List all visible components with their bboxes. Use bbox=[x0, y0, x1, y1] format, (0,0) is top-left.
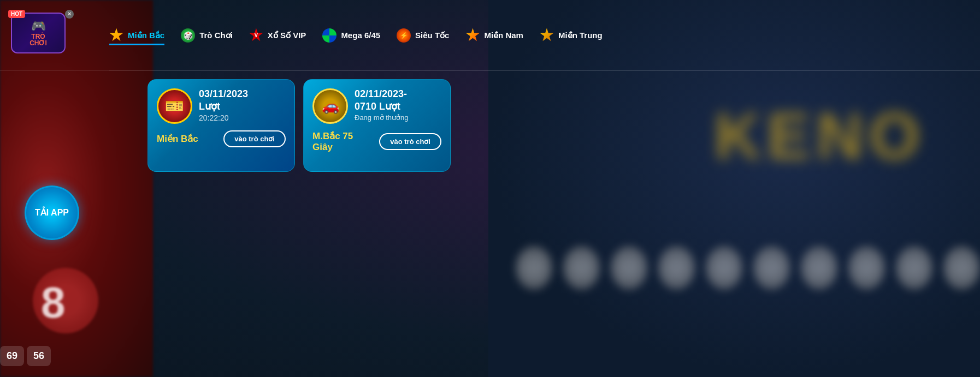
card-info-2: 02/11/2023- 0710 Lượt Đang mở thưởng bbox=[355, 88, 441, 122]
tai-app-label: TẢI APP bbox=[35, 207, 69, 219]
nav-divider bbox=[109, 70, 980, 70]
mien-bac-game-icon bbox=[157, 88, 192, 124]
sidebar-item-mien-trung[interactable]: Miền Trung bbox=[540, 26, 603, 45]
tro-choi-icon: 🎲 bbox=[181, 28, 195, 43]
sidebar-item-sieu-toc[interactable]: ⚡ Siêu Tốc bbox=[397, 26, 449, 45]
main-content: HOT ✕ 🎮 TRÒ CHƠI Miền Bắc 🎲 Trò Chơi bbox=[0, 0, 980, 377]
lottery-number-56: 56 bbox=[27, 346, 51, 366]
cards-area: 03/11/2023 Lượt 20:22:20 Miền Bắc vào tr… bbox=[147, 79, 451, 172]
nav-label-xo-so-vip: Xổ Số VIP bbox=[268, 31, 306, 40]
game-card-mien-bac: 03/11/2023 Lượt 20:22:20 Miền Bắc vào tr… bbox=[147, 79, 295, 172]
nav-bar: Miền Bắc 🎲 Trò Chơi V Xổ Số VIP Mega 6/4… bbox=[0, 0, 980, 71]
sidebar-item-mega-645[interactable]: Mega 6/45 bbox=[322, 26, 380, 45]
nav-label-mien-bac: Miền Bắc bbox=[128, 31, 164, 40]
tai-app-button[interactable]: TẢI APP bbox=[25, 185, 79, 240]
nav-label-tro-choi: Trò Chơi bbox=[199, 31, 233, 40]
card-bottom-2: M.Bắc 75 Giây vào trò chơi bbox=[312, 130, 441, 153]
xo-so-vip-icon: V bbox=[249, 28, 263, 43]
nav-label-mien-trung: Miền Trung bbox=[558, 31, 603, 40]
nav-label-mega-645: Mega 6/45 bbox=[341, 31, 380, 40]
star-central-icon bbox=[540, 28, 554, 43]
card-game-name-1: Miền Bắc bbox=[157, 133, 198, 145]
nav-items: Miền Bắc 🎲 Trò Chơi V Xổ Số VIP Mega 6/4… bbox=[109, 26, 603, 45]
card-info-1: 03/11/2023 Lượt 20:22:20 bbox=[199, 88, 286, 122]
nav-label-mien-nam: Miền Nam bbox=[484, 31, 523, 40]
card-luot-1: Lượt bbox=[199, 100, 286, 112]
nav-label-sieu-toc: Siêu Tốc bbox=[415, 31, 449, 40]
sidebar-item-xo-so-vip[interactable]: V Xổ Số VIP bbox=[249, 26, 306, 45]
sidebar-item-mien-bac[interactable]: Miền Bắc bbox=[109, 26, 164, 45]
logo-hot-badge: HOT bbox=[8, 10, 25, 18]
card-top-1: 03/11/2023 Lượt 20:22:20 bbox=[157, 88, 286, 124]
star-south-icon bbox=[465, 28, 480, 43]
logo-close-button[interactable]: ✕ bbox=[65, 10, 74, 19]
mien-bac-icon-area bbox=[157, 88, 192, 124]
sidebar-item-tro-choi[interactable]: 🎲 Trò Chơi bbox=[181, 26, 233, 45]
play-button-mien-bac[interactable]: vào trò chơi bbox=[223, 130, 286, 147]
mbac75-icon-area bbox=[312, 88, 348, 124]
card-luot-2: 0710 Lượt bbox=[355, 100, 441, 112]
card-status-2: Đang mở thưởng bbox=[355, 113, 441, 122]
lottery-number-69: 69 bbox=[0, 346, 24, 366]
lottery-numbers-decoration: 69 56 bbox=[0, 346, 51, 366]
mbac75-game-icon bbox=[312, 88, 348, 124]
card-bottom-1: Miền Bắc vào trò chơi bbox=[157, 130, 286, 147]
sieu-toc-icon: ⚡ bbox=[397, 28, 411, 43]
card-date-2: 02/11/2023- bbox=[355, 88, 441, 100]
card-time-1: 20:22:20 bbox=[199, 113, 286, 122]
sidebar-item-mien-nam[interactable]: Miền Nam bbox=[465, 26, 523, 45]
card-top-2: 02/11/2023- 0710 Lượt Đang mở thưởng bbox=[312, 88, 441, 124]
mega-icon bbox=[322, 28, 336, 43]
game-card-mbac75: 02/11/2023- 0710 Lượt Đang mở thưởng M.B… bbox=[303, 79, 451, 172]
play-button-mbac75[interactable]: vào trò chơi bbox=[379, 133, 441, 150]
card-game-name-2: M.Bắc 75 Giây bbox=[312, 130, 353, 153]
star-north-icon bbox=[109, 28, 123, 43]
card-date-1: 03/11/2023 bbox=[199, 88, 286, 100]
